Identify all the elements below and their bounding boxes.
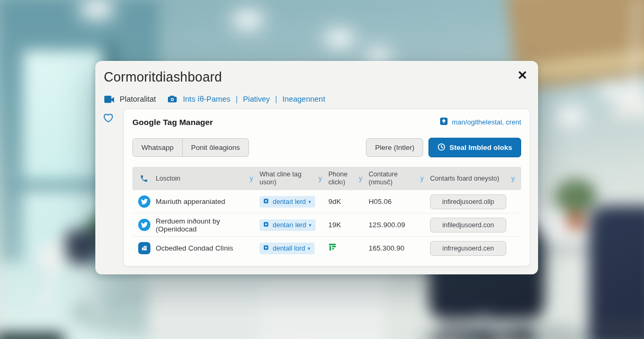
contact-cell: infrregusoerd.cen [430, 241, 521, 256]
plant [555, 179, 596, 214]
tab-link-management[interactable]: Ineagennent [282, 95, 325, 103]
location-name: Rerduem inðount by (Operiidocad [156, 217, 260, 233]
table-row: Maıriuth apperaniated dentaıt lerd ▾ 9dK… [132, 190, 521, 213]
contact-button[interactable]: infiledjusoerd.con [430, 218, 506, 233]
tab-link-privacy[interactable]: Piativey [243, 95, 270, 103]
point-locations-button[interactable]: Ponit ôleagions [183, 138, 249, 157]
tag-cell: dentaıt lerd ▾ [260, 196, 328, 208]
column-header-location[interactable]: Losctoiny [156, 174, 260, 183]
page-title: Cormoritdiashboard [104, 69, 222, 85]
primary-action-label: Steal Imbled oloks [449, 144, 512, 151]
location-name: Ocbedled Condad Clìnis [156, 244, 260, 252]
locations-table: Losctoiny What cline tag usorı)y Phone c… [132, 167, 521, 260]
account-link-label: man/oglthelestal, crent [452, 118, 521, 126]
plant-pot [38, 245, 65, 270]
panel-title: Google Tag Manager [132, 118, 213, 127]
primary-action-button[interactable]: Steal Imbled oloks [428, 138, 521, 157]
account-link[interactable]: man/oglthelestal, crent [440, 117, 521, 127]
tag-manager-icon [440, 117, 449, 127]
sort-icon[interactable]: y [512, 174, 515, 183]
caret-icon: ▾ [309, 222, 311, 228]
tag-label: dentaıt lerd [273, 198, 306, 206]
twitter-icon [132, 195, 156, 208]
camera-icon [168, 95, 178, 103]
contact-cell: infiredjusoerd.ollp [430, 194, 521, 209]
tag-dropdown[interactable]: dentaıt lerd ▾ [260, 196, 315, 208]
table-row: Ocbedled Condad Clìnis dentall lord ▾ 16… [132, 236, 521, 260]
tab-bar: Platoralitat Ints íθ-Pames | Piativey | … [104, 95, 325, 103]
contature-value: H05.06 [369, 198, 430, 206]
phone-icon [132, 174, 156, 183]
contact-cell: infiledjusoerd.con [430, 218, 521, 233]
column-header-contacts[interactable]: Contarts foard oneysto)y [430, 174, 521, 183]
drawer-unit [258, 281, 384, 339]
filter-button[interactable]: Plere (Intler) [366, 138, 423, 157]
storefront-icon [328, 244, 369, 253]
twitter-icon [132, 219, 156, 231]
phone-clicks-value: 19K [328, 221, 369, 229]
tab-platform[interactable]: Platoralitat [120, 95, 156, 103]
sort-icon[interactable]: y [421, 174, 424, 183]
pendant-lamp [609, 73, 644, 118]
window [23, 50, 103, 180]
toolbar: Whatsapp Ponit ôleagions Plere (Intler) … [124, 138, 530, 157]
table-header-row: Losctoiny What cline tag usorı)y Phone c… [132, 167, 521, 190]
plant-pot [66, 230, 100, 264]
clinic-icon [132, 242, 156, 254]
sort-icon[interactable]: y [319, 174, 323, 183]
panel-header: Google Tag Manager man/oglthelestal, cre… [124, 109, 530, 127]
phone-clicks-value: 9dK [328, 198, 369, 206]
gtm-panel: Google Tag Manager man/oglthelestal, cre… [123, 109, 530, 266]
plant-pot [568, 212, 584, 230]
office-chair [589, 206, 644, 339]
tab-links: Ints íθ-Pames | Piativey | Ineagennent [183, 95, 325, 103]
dashboard-modal: Cormoritdiashboard ✕ Platoralitat Ints í… [95, 61, 538, 274]
sort-icon[interactable]: y [359, 174, 363, 183]
tag-icon [264, 245, 270, 252]
contact-button[interactable]: infiredjusoerd.ollp [430, 194, 506, 209]
tag-dropdown[interactable]: dentarı lerd ▾ [260, 219, 316, 231]
heart-icon[interactable] [103, 113, 114, 125]
tag-cell: dentall lord ▾ [260, 243, 328, 254]
drawer-unit [148, 284, 256, 339]
ceiling-light [85, 5, 109, 14]
tab-separator: | [275, 95, 278, 103]
close-icon[interactable]: ✕ [517, 69, 527, 82]
office-chair [597, 324, 644, 333]
tag-label: dentarı lerd [273, 221, 306, 229]
caret-icon: ▾ [308, 246, 310, 251]
video-camera-icon [104, 95, 115, 103]
tag-icon [264, 221, 270, 229]
tab-separator: | [236, 95, 238, 103]
ceiling-light [605, 88, 621, 94]
column-header-tag[interactable]: What cline tag usorı)y [260, 171, 328, 186]
caret-icon: ▾ [309, 199, 311, 204]
contact-button[interactable]: infrregusoerd.cen [430, 241, 506, 256]
column-header-contature[interactable]: Contature (nmusĉ)y [369, 171, 430, 186]
channel-button-group: Whatsapp Ponit ôleagions [132, 138, 249, 157]
contature-value: 12S.900.09 [369, 221, 430, 229]
contature-value: 165.300.90 [369, 244, 430, 252]
tag-label: dentall lord [273, 245, 305, 252]
clock-icon [437, 143, 445, 153]
tab-link-frames[interactable]: Ints íθ-Pames [183, 95, 230, 103]
table-row: Rerduem inðount by (Operiidocad dentarı … [132, 213, 521, 236]
tag-cell: dentarı lerd ▾ [260, 219, 328, 231]
ceiling-light [329, 35, 350, 42]
ceiling-light [560, 112, 579, 120]
tag-dropdown[interactable]: dentall lord ▾ [260, 243, 315, 254]
ceiling-light [237, 16, 258, 24]
sort-icon[interactable]: y [250, 174, 254, 183]
location-name: Maıriuth apperaniated [156, 198, 260, 206]
tag-icon [264, 198, 270, 206]
column-header-phone[interactable]: Phone clickı)y [328, 171, 369, 186]
ceiling-light [371, 53, 387, 59]
floor-shadow [0, 333, 64, 339]
whatsapp-button[interactable]: Whatsapp [132, 138, 183, 157]
